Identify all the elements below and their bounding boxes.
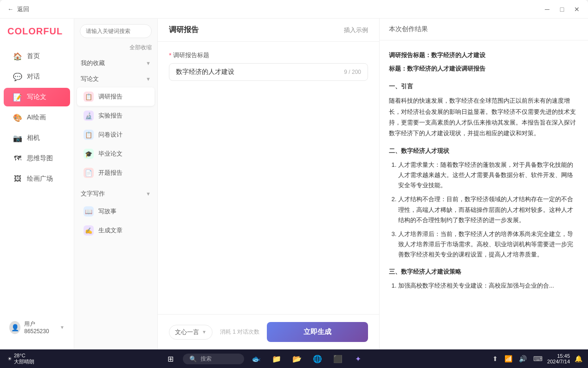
panel-item-experiment-report[interactable]: 🔬 实验报告 — [77, 106, 155, 125]
mindmap-icon: 🗺 — [13, 154, 22, 163]
titlebar: ← 返回 ─ □ ✕ — [0, 0, 588, 19]
sidebar-item-dialog[interactable]: 💬 对话 — [4, 67, 70, 86]
taskbar-search-input[interactable] — [200, 355, 238, 362]
home-icon: 🏠 — [13, 52, 22, 61]
result-header: 本次创作结果 — [380, 19, 588, 40]
panel-item-label-questionnaire: 问卷设计 — [98, 131, 123, 139]
generate-article-icon: ✍ — [84, 225, 94, 236]
user-name: 用户86525230 — [24, 320, 55, 335]
write-story-icon: 📖 — [84, 206, 94, 217]
clock: 15:45 2024/7/14 — [547, 353, 570, 364]
main-layout: COLORFUL 🏠 首页 💬 对话 📝 写论文 🎨 AI绘画 📷 相机 — [0, 19, 588, 349]
start-menu-button[interactable]: ⊞ — [162, 350, 179, 367]
experiment-report-icon: 🔬 — [84, 111, 94, 121]
insert-example-button[interactable]: 插入示例 — [344, 26, 368, 34]
wifi-icon: 📶 — [503, 354, 514, 363]
result-panel: 本次创作结果 调研报告标题：数字经济的人才建设 标题：数字经济的人才建设调研报告… — [379, 19, 588, 349]
window-controls: ─ □ ✕ — [543, 6, 581, 13]
title-label-text: 调研报告标题 — [173, 51, 209, 59]
taskbar-left: ☀ 28°C 大部晴朗 — [4, 351, 38, 367]
result-report-subtitle: 标题：数字经济的人才建设调研报告 — [389, 63, 579, 74]
close-button[interactable]: ✕ — [573, 6, 581, 13]
result-list-strategy: 加强高校数字经济相关专业建设：高校应加强与企业的合... — [389, 281, 579, 291]
panel-item-label-write-story: 写故事 — [98, 207, 116, 216]
write-icon: 📝 — [13, 92, 22, 102]
logo-text: COLORFUL — [7, 26, 63, 36]
section-write-label: 写论文 — [81, 75, 99, 83]
opening-report-icon: 📄 — [84, 168, 94, 178]
panel-item-generate-article[interactable]: ✍ 生成文章 — [77, 221, 155, 240]
app-window: ← 返回 ─ □ ✕ COLORFUL 🏠 首页 💬 对话 📝 — [0, 0, 588, 349]
result-list-status: 人才需求量大：随着数字经济的蓬勃发展，对于具备数字化技能的人才需求越来越大。这些… — [389, 160, 579, 260]
taskbar-app1-icon[interactable]: ⬛ — [330, 350, 346, 367]
required-star: * — [169, 52, 171, 59]
sidebar-item-gallery[interactable]: 🖼 绘画广场 — [4, 170, 70, 188]
chevron-down-icon: ▼ — [146, 76, 151, 82]
taskbar-edge-icon[interactable]: 🌐 — [309, 350, 326, 367]
result-section-3: 三、数字经济人才建设策略 — [389, 266, 579, 277]
weather-temp: 28°C — [14, 353, 34, 358]
panel-scroll: 我的收藏 ▼ 写论文 ▼ 📋 调研报告 🔬 实验报告 📋 — [74, 55, 157, 349]
panel-item-graduation-thesis[interactable]: 🎓 毕业论文 — [77, 145, 155, 163]
chevron-down-icon: ▼ — [146, 60, 151, 66]
gallery-icon: 🖼 — [13, 174, 22, 184]
section-my-favorites[interactable]: 我的收藏 ▼ — [74, 55, 157, 71]
back-arrow-icon: ← — [7, 6, 13, 13]
taskbar-ai-icon[interactable]: ✦ — [350, 350, 367, 367]
panel-item-label-graduation-thesis: 毕业论文 — [98, 150, 123, 158]
weather-widget[interactable]: ☀ 28°C 大部晴朗 — [4, 351, 38, 367]
model-select[interactable]: 文心一言 ▼ — [169, 325, 213, 340]
sidebar-label-camera: 相机 — [27, 134, 40, 142]
content-header: 调研报告 插入示例 — [158, 19, 379, 42]
chevron-down-icon: ▼ — [202, 329, 207, 335]
logo: COLORFUL — [0, 26, 74, 46]
sidebar-item-ai-paint[interactable]: 🎨 AI绘画 — [4, 108, 70, 127]
sidebar-item-home[interactable]: 🏠 首页 — [4, 47, 70, 66]
model-label: 文心一言 — [175, 328, 199, 336]
taskbar-folder-icon[interactable]: 📁 — [268, 350, 285, 367]
panel-item-questionnaire[interactable]: 📋 问卷设计 — [77, 125, 155, 144]
list-item: 人才需求量大：随着数字经济的蓬勃发展，对于具备数字化技能的人才需求越来越大。这些… — [398, 160, 579, 191]
content-footer: 文心一言 ▼ 消耗 1 对话次数 立即生成 — [158, 314, 379, 349]
nav-panel: 全部收缩 我的收藏 ▼ 写论文 ▼ 📋 调研报告 🔬 — [74, 19, 158, 349]
panel-item-write-story[interactable]: 📖 写故事 — [77, 202, 155, 221]
sidebar-item-write[interactable]: 📝 写论文 — [4, 88, 70, 106]
user-info[interactable]: 👤 用户86525230 ▼ — [4, 316, 70, 338]
char-count: 9 / 200 — [344, 69, 361, 75]
weather-icon: ☀ — [7, 356, 12, 362]
sidebar-bottom: 👤 用户86525230 ▼ — [0, 313, 74, 342]
panel-item-label-opening-report: 开题报告 — [98, 169, 123, 177]
title-input-wrapper: 9 / 200 — [169, 63, 368, 81]
panel-item-opening-report[interactable]: 📄 开题报告 — [77, 164, 155, 182]
taskbar-fish-icon[interactable]: 🐟 — [248, 350, 265, 367]
sidebar: COLORFUL 🏠 首页 💬 对话 📝 写论文 🎨 AI绘画 📷 相机 — [0, 19, 74, 349]
sidebar-item-camera[interactable]: 📷 相机 — [4, 129, 70, 147]
panel-item-research-report[interactable]: 📋 调研报告 — [77, 87, 155, 106]
list-item: 人才结构不合理：目前，数字经济领域的人才结构存在一定的不合理性，高端人才稀缺，而… — [398, 194, 579, 225]
dialog-icon: 💬 — [13, 72, 22, 81]
taskbar-file-icon[interactable]: 📂 — [289, 350, 305, 367]
title-input[interactable] — [176, 68, 344, 76]
notification-icon[interactable]: 🔔 — [573, 354, 584, 363]
section-write-thesis[interactable]: 写论文 ▼ — [74, 71, 157, 87]
collapse-all-button[interactable]: 全部收缩 — [74, 44, 157, 55]
camera-icon: 📷 — [13, 133, 22, 143]
research-report-icon: 📋 — [84, 92, 94, 102]
sidebar-label-gallery: 绘画广场 — [27, 175, 53, 183]
back-button[interactable]: ← 返回 — [7, 5, 29, 13]
date-display: 2024/7/14 — [547, 359, 570, 364]
search-input[interactable] — [80, 24, 152, 38]
list-item: 加强高校数字经济相关专业建设：高校应加强与企业的合... — [398, 281, 579, 291]
volume-icon: 🔊 — [517, 354, 529, 363]
section-text-writing[interactable]: 文字写作 ▼ — [74, 186, 157, 202]
minimize-button[interactable]: ─ — [543, 6, 551, 13]
maximize-button[interactable]: □ — [558, 6, 566, 13]
taskbar-search[interactable]: 🔍 — [183, 354, 244, 364]
taskbar-right: ⬆ 📶 🔊 ⌨ 15:45 2024/7/14 🔔 — [491, 353, 584, 364]
section-favorites-label: 我的收藏 — [81, 59, 105, 67]
result-section-2: 二、数字经济人才现状 — [389, 145, 579, 156]
back-label: 返回 — [17, 5, 29, 13]
panel-item-label-generate-article: 生成文章 — [98, 226, 123, 235]
generate-button[interactable]: 立即生成 — [267, 322, 368, 342]
sidebar-item-mindmap[interactable]: 🗺 思维导图 — [4, 149, 70, 168]
